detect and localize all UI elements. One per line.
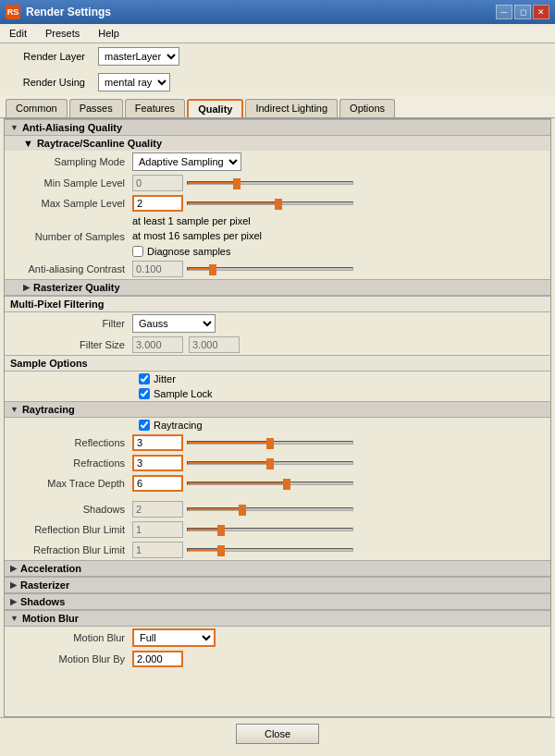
motion-blur-select[interactable]: Full bbox=[132, 628, 216, 647]
tab-indirect-lighting[interactable]: Indirect Lighting bbox=[245, 99, 338, 117]
app-icon: RS bbox=[6, 5, 20, 19]
render-using-select[interactable]: mental ray bbox=[98, 73, 170, 91]
shadows-section-title: Shadows bbox=[20, 596, 65, 607]
shadows-input[interactable] bbox=[132, 501, 183, 518]
anti-aliasing-section-header[interactable]: ▼ Anti-Aliasing Quality bbox=[5, 119, 550, 136]
tabs-container: Common Passes Features Quality Indirect … bbox=[0, 95, 555, 118]
rasterizer-quality-collapse-icon: ▶ bbox=[23, 283, 30, 292]
diagnose-samples-label: Diagnose samples bbox=[147, 246, 231, 257]
menu-help[interactable]: Help bbox=[94, 26, 123, 41]
window-controls: ─ ◻ ✕ bbox=[496, 5, 549, 19]
jitter-checkbox[interactable] bbox=[139, 373, 150, 384]
footer: Close bbox=[0, 717, 555, 750]
filter-size-input2[interactable] bbox=[189, 336, 240, 353]
diagnose-samples-checkbox[interactable] bbox=[132, 246, 143, 257]
refraction-blur-input[interactable] bbox=[132, 542, 183, 558]
reflections-slider[interactable] bbox=[187, 441, 353, 445]
aa-contrast-row: Anti-aliasing Contrast bbox=[5, 259, 550, 279]
rasterizer-quality-header[interactable]: ▶ Rasterizer Quality bbox=[5, 279, 550, 296]
raytracing-title: Raytracing bbox=[22, 404, 75, 415]
shadows-label: Shadows bbox=[12, 504, 132, 515]
app-icon-text: RS bbox=[7, 7, 19, 17]
samples-info1: at least 1 sample per pixel bbox=[132, 215, 251, 226]
sampling-mode-row: Sampling Mode Adaptive Sampling bbox=[5, 151, 550, 173]
menu-bar: Edit Presets Help bbox=[0, 24, 555, 43]
reflection-blur-input[interactable] bbox=[132, 521, 183, 538]
sample-lock-label: Sample Lock bbox=[154, 388, 213, 399]
aa-contrast-slider[interactable] bbox=[187, 267, 353, 271]
raytracing-section-header[interactable]: ▼ Raytracing bbox=[5, 401, 550, 418]
reflection-blur-slider[interactable] bbox=[187, 528, 353, 531]
reflection-blur-row: Reflection Blur Limit bbox=[5, 519, 550, 540]
rasterizer-quality-title: Rasterizer Quality bbox=[33, 282, 120, 293]
tab-passes[interactable]: Passes bbox=[69, 99, 123, 117]
min-sample-input[interactable] bbox=[132, 175, 183, 191]
menu-edit[interactable]: Edit bbox=[6, 26, 31, 41]
tab-options[interactable]: Options bbox=[339, 99, 395, 117]
aa-contrast-label: Anti-aliasing Contrast bbox=[12, 263, 132, 274]
motion-blur-by-label: Motion Blur By bbox=[12, 653, 132, 665]
shadows-section-header[interactable]: ▶ Shadows bbox=[5, 593, 550, 610]
filter-row: Filter Gauss bbox=[5, 312, 550, 335]
refractions-slider[interactable] bbox=[187, 461, 353, 465]
render-layer-select[interactable]: masterLayer bbox=[98, 47, 179, 66]
filter-size-row: Filter Size bbox=[5, 335, 550, 355]
max-sample-slider[interactable] bbox=[187, 201, 353, 205]
reflections-input[interactable] bbox=[132, 434, 183, 451]
window-title: Render Settings bbox=[26, 6, 111, 18]
sampling-mode-label: Sampling Mode bbox=[12, 156, 132, 167]
reflections-row: Reflections bbox=[5, 433, 550, 453]
shadows-section-collapse-icon: ▶ bbox=[10, 597, 17, 606]
tab-quality[interactable]: Quality bbox=[187, 99, 243, 117]
samples-info2: at most 16 samples per pixel bbox=[132, 230, 262, 241]
shadows-row: Shadows bbox=[5, 499, 550, 519]
aa-contrast-input[interactable] bbox=[132, 261, 183, 277]
content-area: ▼ Anti-Aliasing Quality ▼ Raytrace/Scanl… bbox=[4, 118, 551, 717]
close-window-button[interactable]: ✕ bbox=[533, 5, 549, 19]
max-sample-label: Max Sample Level bbox=[12, 198, 132, 209]
close-button[interactable]: Close bbox=[236, 724, 319, 744]
sample-options-title: Sample Options bbox=[10, 358, 88, 369]
max-sample-input[interactable] bbox=[132, 195, 183, 212]
num-samples-row: Number of Samples at least 1 sample per … bbox=[5, 213, 550, 259]
filter-size-input1[interactable] bbox=[132, 336, 183, 353]
rasterizer-collapse-icon: ▶ bbox=[10, 580, 17, 590]
multi-pixel-title: Multi-Pixel Filtering bbox=[10, 299, 104, 310]
filter-size-label: Filter Size bbox=[12, 339, 132, 350]
min-sample-slider[interactable] bbox=[187, 181, 353, 185]
menu-presets[interactable]: Presets bbox=[42, 26, 83, 41]
acceleration-collapse-icon: ▶ bbox=[10, 564, 17, 573]
max-trace-depth-slider[interactable] bbox=[187, 482, 353, 485]
shadows-slider[interactable] bbox=[187, 507, 353, 511]
tab-common[interactable]: Common bbox=[6, 99, 68, 117]
sample-lock-row: Sample Lock bbox=[5, 386, 550, 401]
acceleration-header[interactable]: ▶ Acceleration bbox=[5, 560, 550, 577]
refraction-blur-row: Refraction Blur Limit bbox=[5, 540, 550, 560]
filter-select[interactable]: Gauss bbox=[132, 314, 216, 333]
sample-lock-checkbox[interactable] bbox=[139, 388, 150, 399]
content-scroll[interactable]: ▼ Anti-Aliasing Quality ▼ Raytrace/Scanl… bbox=[5, 119, 550, 678]
sampling-mode-select[interactable]: Adaptive Sampling bbox=[132, 152, 241, 171]
motion-blur-label: Motion Blur bbox=[12, 632, 132, 643]
refraction-blur-label: Refraction Blur Limit bbox=[12, 544, 132, 555]
refractions-label: Refractions bbox=[12, 457, 132, 469]
motion-blur-by-input[interactable] bbox=[132, 651, 183, 667]
tab-features[interactable]: Features bbox=[125, 99, 185, 117]
min-sample-label: Min Sample Level bbox=[12, 177, 132, 189]
restore-button[interactable]: ◻ bbox=[514, 5, 531, 19]
max-trace-depth-label: Max Trace Depth bbox=[12, 478, 132, 489]
rasterizer-header[interactable]: ▶ Rasterizer bbox=[5, 577, 550, 593]
max-trace-depth-input[interactable] bbox=[132, 475, 183, 492]
motion-blur-header[interactable]: ▼ Motion Blur bbox=[5, 610, 550, 627]
min-sample-row: Min Sample Level bbox=[5, 173, 550, 193]
raytracing-label: Raytracing bbox=[154, 420, 203, 431]
refractions-input[interactable] bbox=[132, 455, 183, 471]
minimize-button[interactable]: ─ bbox=[496, 5, 512, 19]
aa-collapse-icon: ▼ bbox=[10, 123, 18, 132]
refraction-blur-slider[interactable] bbox=[187, 548, 353, 552]
motion-blur-by-row: Motion Blur By bbox=[5, 649, 550, 669]
raytracing-checkbox[interactable] bbox=[139, 420, 150, 431]
motion-blur-title: Motion Blur bbox=[22, 613, 79, 624]
multi-pixel-header: Multi-Pixel Filtering bbox=[5, 296, 550, 312]
raytrace-subsection-header[interactable]: ▼ Raytrace/Scanline Quality bbox=[5, 136, 550, 151]
